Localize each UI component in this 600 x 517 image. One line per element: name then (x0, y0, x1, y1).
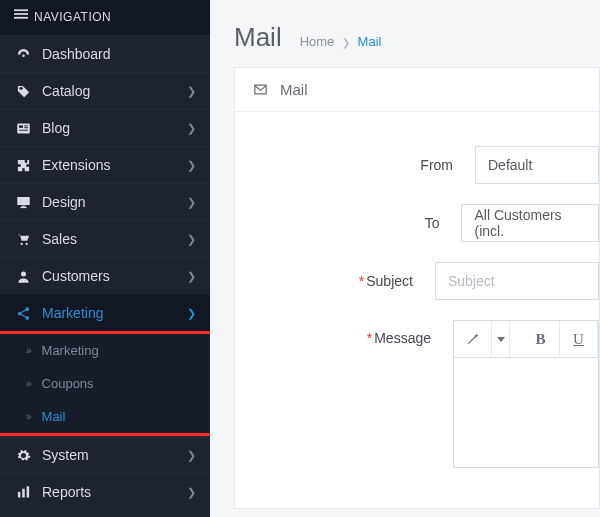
from-select[interactable]: Default (475, 146, 599, 184)
sidebar-item-label: Extensions (42, 157, 187, 173)
sidebar-item-label: Customers (42, 268, 187, 284)
from-label: From (235, 157, 475, 173)
chevron-right-icon: ❯ (187, 486, 196, 499)
sidebar-item-extensions[interactable]: Extensions ❯ (0, 146, 210, 183)
svg-point-4 (19, 87, 21, 89)
panel-title: Mail (280, 81, 308, 98)
sidebar-item-design[interactable]: Design ❯ (0, 183, 210, 220)
chevron-right-icon: ❯ (187, 233, 196, 246)
editor-underline-button[interactable]: U (560, 321, 598, 357)
sidebar-item-customers[interactable]: Customers ❯ (0, 257, 210, 294)
page-title: Mail (234, 22, 282, 53)
svg-rect-9 (19, 129, 28, 130)
svg-point-13 (20, 242, 22, 244)
svg-rect-6 (19, 125, 23, 128)
form-row-to: To All Customers (incl. (235, 194, 599, 252)
svg-rect-2 (14, 17, 28, 19)
sidebar-item-marketing[interactable]: Marketing ❯ (0, 294, 210, 331)
breadcrumb: Home ❯ Mail (300, 34, 382, 49)
breadcrumb-home[interactable]: Home (300, 34, 335, 49)
message-editor[interactable] (453, 358, 599, 468)
sidebar-item-label: Reports (42, 484, 187, 500)
svg-rect-5 (17, 123, 30, 133)
svg-point-14 (25, 242, 27, 244)
svg-point-17 (25, 307, 29, 311)
chevron-right-icon: ❯ (187, 85, 196, 98)
share-icon (14, 306, 32, 321)
svg-rect-10 (17, 196, 30, 204)
form-row-message: *Message B U (235, 310, 599, 478)
bar-chart-icon (14, 485, 32, 500)
dashboard-icon (14, 47, 32, 62)
required-asterisk: * (367, 330, 372, 346)
to-select[interactable]: All Customers (incl. (461, 204, 599, 242)
svg-rect-20 (22, 488, 25, 497)
sidebar-item-system[interactable]: System ❯ (0, 436, 210, 473)
envelope-icon (253, 82, 268, 97)
form-row-from: From Default (235, 136, 599, 194)
cart-icon (14, 232, 32, 247)
nav-header: NAVIGATION (0, 0, 210, 35)
to-value: All Customers (incl. (474, 207, 586, 239)
hamburger-icon (14, 0, 28, 35)
subnav-item-label: Coupons (42, 376, 94, 391)
sidebar-item-label: Design (42, 194, 187, 210)
message-label: *Message (235, 320, 453, 346)
sidebar-item-label: Catalog (42, 83, 187, 99)
chevron-double-icon: » (26, 411, 32, 422)
sidebar: NAVIGATION Dashboard Catalog ❯ Blog ❯ Ex… (0, 0, 210, 517)
sidebar-item-reports[interactable]: Reports ❯ (0, 473, 210, 510)
tag-icon (14, 84, 32, 99)
chevron-double-icon: » (26, 378, 32, 389)
nav-header-label: NAVIGATION (34, 0, 111, 35)
subnav-marketing: » Marketing » Coupons » Mail (0, 334, 210, 433)
svg-rect-0 (14, 9, 28, 11)
to-label: To (235, 215, 461, 231)
subject-label: *Subject (235, 273, 435, 289)
chevron-right-icon: ❯ (187, 307, 196, 320)
desktop-icon (14, 195, 32, 210)
svg-point-18 (25, 316, 29, 320)
svg-rect-21 (26, 486, 29, 497)
svg-rect-11 (21, 205, 25, 206)
page-header: Mail Home ❯ Mail (210, 0, 600, 67)
panel-header: Mail (235, 68, 599, 112)
editor-magic-button[interactable] (454, 321, 492, 357)
mail-panel: Mail From Default To All Customers (incl… (234, 67, 600, 509)
sidebar-item-sales[interactable]: Sales ❯ (0, 220, 210, 257)
subnav-item-label: Marketing (42, 343, 99, 358)
breadcrumb-current[interactable]: Mail (358, 34, 382, 49)
newspaper-icon (14, 121, 32, 136)
sidebar-item-blog[interactable]: Blog ❯ (0, 109, 210, 146)
svg-point-3 (22, 54, 25, 57)
svg-rect-1 (14, 13, 28, 15)
subnav-item-label: Mail (42, 409, 66, 424)
form-row-subject: *Subject (235, 252, 599, 310)
chevron-right-icon: ❯ (187, 159, 196, 172)
sidebar-item-label: Blog (42, 120, 187, 136)
gear-icon (14, 448, 32, 463)
svg-point-16 (17, 311, 21, 315)
editor-bold-button[interactable]: B (522, 321, 560, 357)
user-icon (14, 269, 32, 284)
subnav-item-coupons[interactable]: » Coupons (0, 367, 210, 400)
sidebar-item-dashboard[interactable]: Dashboard (0, 35, 210, 72)
chevron-right-icon: ❯ (187, 196, 196, 209)
chevron-right-icon: ❯ (187, 449, 196, 462)
panel-body: From Default To All Customers (incl. *S (235, 112, 599, 508)
sidebar-item-catalog[interactable]: Catalog ❯ (0, 72, 210, 109)
svg-rect-8 (24, 127, 28, 128)
sidebar-item-label: Sales (42, 231, 187, 247)
svg-rect-19 (17, 491, 20, 497)
sidebar-item-label: System (42, 447, 187, 463)
puzzle-icon (14, 158, 32, 173)
subnav-item-marketing[interactable]: » Marketing (0, 334, 210, 367)
subnav-item-mail[interactable]: » Mail (0, 400, 210, 433)
editor-dropdown-button[interactable] (492, 321, 510, 357)
chevron-double-icon: » (26, 345, 32, 356)
sidebar-item-label: Dashboard (42, 46, 196, 62)
sidebar-item-label: Marketing (42, 305, 187, 321)
svg-rect-7 (24, 125, 28, 126)
subject-input[interactable] (435, 262, 599, 300)
svg-point-15 (21, 271, 26, 276)
